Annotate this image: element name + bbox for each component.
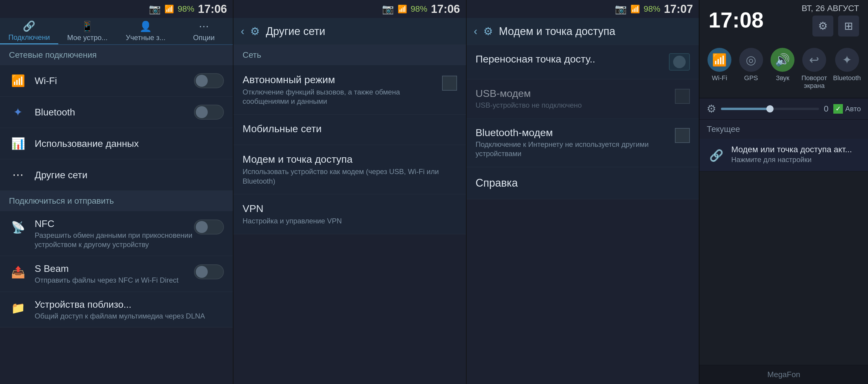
tab-connections[interactable]: 🔗 Подключени — [0, 18, 58, 44]
othernets-label: Другие сети — [35, 170, 224, 181]
settings-item-nfc[interactable]: 📡 NFC Разрешить обмен данными при прикос… — [0, 211, 233, 256]
quick-tiles: 📶 Wi-Fi ◎ GPS 🔊 Звук ↩ Поворот экрана ✦ — [700, 40, 868, 98]
signal-icon-1: 📶 — [164, 4, 174, 14]
notif-modem-subtitle: Нажмите для настройки — [731, 155, 861, 164]
carrier-bar: MegaFon — [700, 365, 868, 384]
brightness-knob — [766, 105, 774, 113]
brightness-slider[interactable] — [721, 108, 819, 110]
tile-sound[interactable]: 🔊 Звук — [769, 45, 797, 93]
tile-wifi-icon: 📶 — [712, 53, 727, 67]
net-item-autonomous[interactable]: Автономный режим Отключение функций вызо… — [234, 65, 466, 115]
battery-3: 98% — [644, 4, 660, 14]
tile-wifi[interactable]: 📶 Wi-Fi — [705, 45, 734, 93]
panel2-header: ‹ ⚙ Другие сети — [234, 18, 466, 45]
tab-accounts-icon: 👤 — [139, 20, 152, 32]
tile-rotate-icon: ↩ — [809, 53, 819, 67]
справка-item[interactable]: Справка — [467, 167, 699, 199]
usbmodem-checkbox[interactable] — [675, 89, 690, 104]
modemhotspot-title: Модем и точка доступа — [242, 153, 457, 165]
datausage-icon: 📊 — [9, 135, 27, 152]
tab-options[interactable]: ⋯ Опции — [175, 18, 233, 44]
tile-sound-icon: 🔊 — [775, 53, 790, 67]
hotspot-title: Переносная точка досту.. — [475, 53, 669, 65]
sbeam-toggle[interactable] — [194, 264, 224, 279]
tile-gps[interactable]: ◎ GPS — [737, 45, 765, 93]
net-item-modemhotspot[interactable]: Модем и точка доступа Использовать устро… — [234, 145, 466, 194]
tile-bluetooth[interactable]: ✦ Bluetooth — [832, 45, 862, 93]
wifi-label: Wi-Fi — [35, 76, 194, 86]
settings-item-wifi[interactable]: 📶 Wi-Fi — [0, 65, 233, 97]
tab-options-icon: ⋯ — [199, 20, 209, 32]
tile-bluetooth-icon: ✦ — [842, 53, 852, 67]
brightness-auto[interactable]: ✓ Авто — [833, 104, 861, 114]
back-button-3[interactable]: ‹ — [474, 25, 477, 38]
tile-rotate[interactable]: ↩ Поворот экрана — [800, 45, 828, 93]
tab-mydevice-label: Мое устро... — [67, 33, 107, 42]
brightness-bar: ⚙ 0 ✓ Авто — [700, 98, 868, 120]
gear-icon-3: ⚙ — [483, 25, 493, 38]
tile-bluetooth-label: Bluetooth — [833, 74, 861, 82]
tile-gps-icon-wrap: ◎ — [739, 48, 763, 72]
tile-gps-icon: ◎ — [746, 53, 756, 67]
back-button-2[interactable]: ‹ — [241, 25, 244, 38]
wifi-toggle[interactable] — [194, 73, 224, 88]
settings-item-datausage[interactable]: 📊 Использование данных — [0, 128, 233, 159]
tile-gps-label: GPS — [744, 74, 758, 82]
sbeam-title: S Beam — [35, 263, 194, 274]
hotspot-toggle[interactable] — [669, 53, 690, 70]
panel-modem: 📷 📶 98% 17:07 ‹ ⚙ Модем и точка доступа … — [466, 0, 699, 384]
tile-sound-label: Звук — [776, 74, 789, 82]
signal-icon-3: 📶 — [630, 4, 640, 14]
tile-rotate-label: Поворот экрана — [801, 74, 827, 90]
autonomous-checkbox[interactable] — [442, 76, 457, 91]
notif-modem-title: Модем или точка доступа акт... — [731, 145, 861, 154]
status-bar-2: 📷 📶 98% 17:06 — [234, 0, 466, 18]
grid-icon: ⊞ — [844, 20, 853, 32]
tile-rotate-icon-wrap: ↩ — [802, 48, 826, 72]
panel3-title: Модем и точка доступа — [499, 25, 615, 38]
battery-1: 98% — [178, 4, 194, 14]
nfc-desc: Разрешить обмен данными при прикосновени… — [35, 231, 194, 249]
notification-modem[interactable]: 🔗 Модем или точка доступа акт... Нажмите… — [700, 139, 868, 171]
gear-icon-2: ⚙ — [250, 25, 260, 38]
time-1: 17:06 — [198, 3, 227, 16]
modem-item-hotspot[interactable]: Переносная точка досту.. — [467, 45, 699, 79]
modem-item-usbmodem[interactable]: USB-модем USB-устройство не подключено — [467, 79, 699, 118]
usbmodem-desc: USB-устройство не подключено — [475, 100, 670, 110]
nfc-toggle[interactable] — [194, 219, 224, 234]
settings-item-othernets[interactable]: ⋯ Другие сети — [0, 159, 233, 191]
btmodem-checkbox[interactable] — [675, 128, 690, 143]
autonomous-desc: Отключение функций вызовов, а также обме… — [242, 87, 431, 106]
grid-button[interactable]: ⊞ — [838, 16, 859, 36]
tile-wifi-label: Wi-Fi — [712, 74, 727, 82]
modem-item-btmodem[interactable]: Bluetooth-модем Подключение к Интернету … — [467, 118, 699, 167]
signal-icon-2: 📶 — [398, 4, 407, 14]
tab-mydevice[interactable]: 📱 Мое устро... — [58, 18, 117, 44]
panel-other-networks: 📷 📶 98% 17:06 ‹ ⚙ Другие сети Сеть Автон… — [233, 0, 466, 384]
hotspot-knob — [673, 56, 686, 68]
settings-item-nearbydevices[interactable]: 📁 Устройства поблизо... Общий доступ к ф… — [0, 292, 233, 327]
current-label: Текущее — [700, 120, 868, 139]
panel3-header: ‹ ⚙ Модем и точка доступа — [467, 18, 699, 45]
panel-connections: 📷 📶 98% 17:06 🔗 Подключени 📱 Мое устро..… — [0, 0, 233, 384]
tab-options-label: Опции — [193, 33, 215, 42]
gear-settings-button[interactable]: ⚙ — [812, 16, 833, 36]
settings-item-sbeam[interactable]: 📤 S Beam Отправить файлы через NFC и Wi-… — [0, 256, 233, 292]
section-connect-send: Подключиться и отправить — [0, 191, 233, 211]
tab-connections-label: Подключени — [8, 33, 50, 41]
net-item-vpn[interactable]: VPN Настройка и управление VPN — [234, 195, 466, 234]
tab-connections-icon: 🔗 — [23, 20, 35, 32]
wifi-icon: 📶 — [9, 72, 27, 90]
tab-accounts[interactable]: 👤 Учетные з... — [117, 18, 175, 44]
vpn-desc: Настройка и управление VPN — [242, 216, 457, 226]
bluetooth-toggle[interactable] — [194, 105, 224, 120]
camera-icon-1: 📷 — [149, 3, 161, 14]
nfc-icon: 📡 — [9, 218, 27, 236]
notification-time: 17:08 — [708, 8, 764, 32]
nfc-title: NFC — [35, 218, 194, 229]
auto-checkbox[interactable]: ✓ — [833, 104, 843, 114]
net-item-mobilenets[interactable]: Мобильные сети — [234, 115, 466, 145]
bluetooth-label: Bluetooth — [35, 107, 194, 118]
settings-item-bluetooth[interactable]: ✦ Bluetooth — [0, 97, 233, 128]
net-section-header: Сеть — [234, 45, 466, 65]
